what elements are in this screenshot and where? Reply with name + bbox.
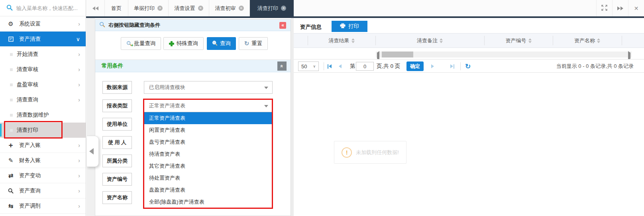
bullet-icon — [10, 68, 13, 71]
column-header-inventory-result[interactable]: 清查结果 — [308, 34, 375, 48]
green-cross-icon — [169, 41, 174, 46]
close-button[interactable]: ✕ — [628, 0, 644, 16]
dropdown-option[interactable]: 盘亏资产清查表 — [144, 136, 272, 148]
tab-home[interactable]: 首页 — [105, 0, 128, 16]
forward-button[interactable] — [612, 0, 628, 16]
column-header-asset-code[interactable]: 资产编号 — [484, 34, 553, 48]
inventory-icon — [6, 36, 15, 42]
sidebar-item-inventory-data-maintenance[interactable]: 清查数据维护 — [0, 107, 86, 123]
last-page-button[interactable] — [450, 59, 454, 73]
data-source-select[interactable]: 已启用清查模块 — [144, 81, 273, 94]
column-separator — [622, 36, 622, 45]
swap-icon: ⇆ — [6, 202, 15, 210]
field-label-user: 使 用 人 — [102, 136, 132, 149]
report-type-select[interactable]: 正常资产清查表 — [144, 99, 273, 112]
next-page-button[interactable] — [431, 59, 434, 73]
sidebar-item-inventory-query[interactable]: 清查查询 › — [0, 92, 86, 107]
prev-page-icon — [339, 64, 342, 68]
sidebar-item-finance-entry[interactable]: ✎ 财务入账 › — [0, 153, 86, 168]
horizontal-scrollbar[interactable] — [376, 52, 632, 57]
field-label-data-source: 数据来源 — [102, 81, 132, 94]
scroll-right-arrow-icon[interactable] — [628, 53, 630, 59]
page-size-select[interactable]: 50 ∨ — [298, 61, 319, 71]
sidebar-item-surplus-review[interactable]: 盘盈审核 › — [0, 77, 86, 92]
sidebar-item-inventory-print[interactable]: 清查打印 — [0, 123, 86, 138]
tab-inventory-first-review[interactable]: 清查初审 ✕ — [209, 0, 250, 16]
chevron-right-icon: › — [78, 142, 80, 149]
column-header-asset-name[interactable]: 资产名称 — [553, 34, 622, 48]
sort-icon — [528, 38, 532, 43]
dropdown-option[interactable]: 盘盈资产清查表 — [144, 184, 272, 196]
confirm-page-button[interactable]: 确定 — [406, 61, 424, 71]
tab-document-print[interactable]: 单据打印 ✕ — [128, 0, 169, 16]
table-header: 清查结果 清查备注 资产编号 资产名称 — [294, 33, 644, 48]
special-query-button[interactable]: 特殊查询 — [163, 37, 204, 50]
reset-button[interactable]: ↻ 重置 — [239, 37, 268, 50]
hide-panel-button[interactable]: « — [279, 22, 286, 29]
close-icon[interactable]: ✕ — [198, 6, 203, 11]
sidebar-collapse-handle[interactable] — [87, 136, 99, 167]
tab-inventory-print[interactable]: 清查打印 ✕ — [250, 0, 294, 16]
sort-icon — [597, 38, 600, 43]
magnifier-icon — [212, 40, 218, 47]
prev-page-button[interactable] — [339, 59, 342, 73]
sidebar-item-inventory-review[interactable]: 清查审核 › — [0, 62, 86, 77]
section-collapse-button[interactable]: « — [277, 61, 287, 71]
gear-icon: ⚙ — [6, 20, 15, 28]
query-button[interactable]: 查询 — [207, 37, 236, 50]
pencil-icon: ✎ — [6, 157, 15, 164]
tab-inventory-settings[interactable]: 清查设置 ✕ — [169, 0, 209, 16]
sidebar-item-start-inventory[interactable]: 开始清查 › — [0, 47, 86, 62]
tab-scroll-left-button[interactable] — [86, 0, 105, 16]
magnifier-icon — [99, 22, 105, 29]
panel-divider — [291, 18, 294, 216]
sidebar-item-asset-change[interactable]: ⇄ 资产变动 › — [0, 168, 86, 183]
menu-search-input[interactable] — [16, 5, 83, 11]
sidebar-item-asset-entry[interactable]: + 资产入账 › — [0, 138, 86, 153]
dropdown-option[interactable]: 正常资产清查表 — [144, 112, 272, 124]
query-panel-header: 右侧按钮隐藏查询条件 « — [95, 20, 291, 31]
close-icon[interactable]: ✕ — [157, 6, 163, 11]
menu-search-row — [0, 0, 86, 16]
chevron-right-icon: › — [78, 66, 80, 73]
close-icon[interactable]: ✕ — [281, 6, 286, 11]
dropdown-option[interactable]: 全部(除盘盈)资产清查表 — [144, 196, 272, 208]
sidebar-item-asset-query[interactable]: 资产查询 › — [0, 183, 86, 198]
field-label-use-unit: 使用单位 — [102, 118, 132, 131]
search-icon — [6, 4, 13, 12]
scroll-left-arrow-icon[interactable] — [377, 53, 379, 59]
column-header-inventory-remark[interactable]: 清查备注 — [375, 34, 484, 48]
page-number-input[interactable] — [356, 62, 374, 71]
dropdown-option[interactable]: 闲置资产清查表 — [144, 124, 272, 136]
chevron-down-icon: ∨ — [313, 64, 316, 68]
caret-down-icon — [264, 105, 268, 107]
dropdown-option[interactable]: 其它资产清查表 — [144, 160, 272, 172]
common-conditions-title: 常用条件 — [102, 62, 123, 69]
refresh-button[interactable]: ↻ — [465, 59, 471, 73]
record-summary: 当前显示 0 - 0 条记录,共 0 条记录 — [556, 59, 634, 73]
next-page-icon — [431, 64, 434, 68]
fullscreen-icon — [601, 5, 607, 12]
bullet-icon — [10, 53, 13, 56]
first-page-button[interactable] — [328, 59, 332, 73]
pagination-bar: 50 ∨ 第 页,共 0 页 确定 ↻ 当前显示 0 - 0 条记录,共 0 条… — [294, 59, 644, 73]
close-icon[interactable]: ✕ — [239, 6, 244, 11]
dropdown-option[interactable]: 待清查资产表 — [144, 148, 272, 160]
left-gutter — [86, 18, 95, 216]
scrollbar-thumb[interactable] — [382, 52, 413, 57]
batch-query-button[interactable]: + 批量查询 — [121, 37, 161, 50]
sidebar-item-system-settings[interactable]: ⚙ 系统设置 › — [0, 16, 86, 32]
query-panel: 右侧按钮隐藏查询条件 « + 批量查询 特殊查询 查询 ↻ 重置 常用条件 « … — [95, 19, 291, 216]
sidebar-item-asset-adjust[interactable]: ⇆ 资产调剂 › — [0, 198, 86, 214]
divider — [460, 62, 461, 70]
window-controls: ✕ — [596, 0, 644, 16]
fullscreen-button[interactable] — [596, 0, 612, 16]
close-icon: ✕ — [634, 5, 639, 12]
print-button[interactable]: 打印 — [332, 21, 367, 32]
sidebar-item-asset-inventory[interactable]: 资产清查 ∨ — [0, 32, 86, 47]
tab-bar: 首页 单据打印 ✕ 清查设置 ✕ 清查初审 ✕ 清查打印 ✕ — [86, 0, 644, 16]
query-panel-title: 右侧按钮隐藏查询条件 — [108, 22, 160, 29]
field-label-asset-name: 资产名称 — [102, 191, 132, 204]
bullet-icon — [10, 83, 13, 86]
dropdown-option[interactable]: 待处置资产表 — [144, 172, 272, 184]
